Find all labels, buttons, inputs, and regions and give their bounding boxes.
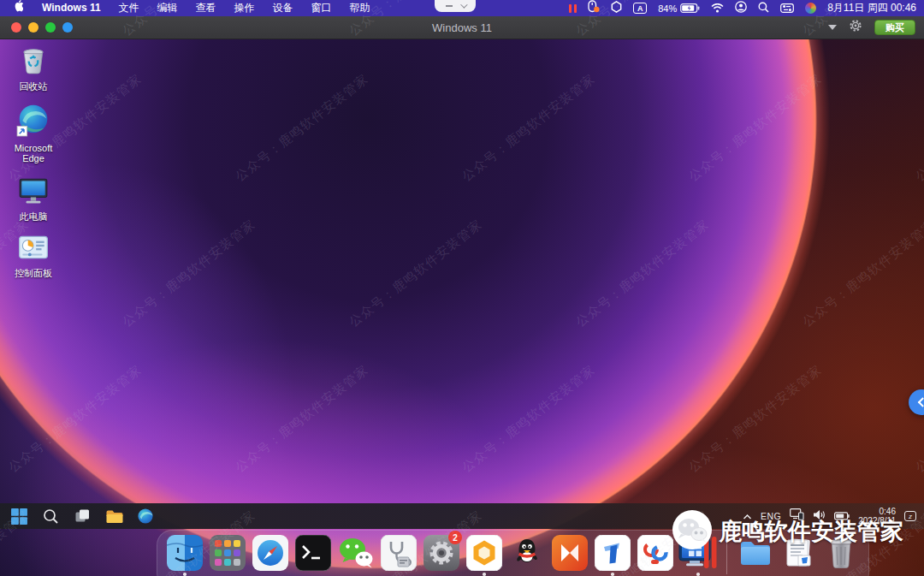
dock-item-wechat[interactable] bbox=[336, 535, 376, 576]
wifi-icon[interactable] bbox=[711, 1, 724, 16]
menu-devices[interactable]: 设备 bbox=[273, 0, 293, 16]
task-view-icon[interactable] bbox=[73, 507, 92, 526]
running-indicator bbox=[696, 573, 700, 576]
vm-window-titlebar: Windows 11 购买 bbox=[0, 16, 924, 39]
desktop-icons: 回收站 Microsoft Edge 此电脑 控制面板 bbox=[5, 43, 62, 278]
menu-help[interactable]: 帮助 bbox=[350, 0, 370, 16]
dock-item-trash[interactable] bbox=[821, 535, 861, 576]
chevron-left-icon bbox=[918, 397, 924, 407]
taskbar-edge-icon[interactable] bbox=[136, 507, 155, 526]
file-explorer-icon[interactable] bbox=[104, 507, 123, 526]
screen: Windows 11 文件 编辑 查看 操作 设备 窗口 帮助 A 84% bbox=[0, 0, 924, 576]
dock-item-cleaner-app[interactable] bbox=[379, 535, 418, 576]
safari-icon bbox=[252, 535, 288, 571]
dock-item-terminal[interactable] bbox=[293, 535, 333, 576]
app-status-icon[interactable] bbox=[805, 3, 816, 14]
tray-clock[interactable]: 0:46 2022/8/11 bbox=[858, 507, 896, 526]
dock-item-safari[interactable] bbox=[251, 535, 290, 576]
desktop-icon-microsoft-edge[interactable]: Microsoft Edge bbox=[5, 103, 62, 163]
window-title: Windows 11 bbox=[0, 21, 924, 34]
finder-icon bbox=[167, 535, 203, 571]
macos-dock: 2 bbox=[157, 530, 869, 576]
screen-tab-control[interactable] bbox=[435, 0, 476, 12]
shield-icon[interactable] bbox=[611, 1, 622, 16]
mouse-icon[interactable] bbox=[588, 0, 600, 16]
menu-window[interactable]: 窗口 bbox=[311, 0, 332, 16]
desktop-icon-label: Microsoft Edge bbox=[5, 143, 62, 163]
tray-date: 2022/8/11 bbox=[858, 516, 896, 526]
battery-percent: 84% bbox=[658, 3, 677, 14]
dock-item-hexagon-app[interactable] bbox=[465, 535, 504, 576]
dock-item-system-settings[interactable]: 2 bbox=[422, 535, 461, 576]
notification-icon[interactable]: z bbox=[904, 511, 916, 521]
menu-view[interactable]: 查看 bbox=[196, 0, 216, 16]
desktop-icon-control-panel[interactable]: 控制面板 bbox=[5, 233, 62, 278]
dock-divider bbox=[726, 537, 727, 574]
terminal-icon bbox=[295, 535, 331, 571]
control-panel-icon bbox=[17, 233, 50, 265]
desktop-icon-label: 回收站 bbox=[20, 81, 48, 92]
tray-chevron-up-icon[interactable] bbox=[743, 508, 752, 524]
search-icon[interactable] bbox=[758, 1, 769, 16]
input-method-icon[interactable]: A bbox=[633, 3, 647, 14]
menu-actions[interactable]: 操作 bbox=[234, 0, 255, 16]
windows-taskbar: ENG 0:46 2022/8/11 z bbox=[0, 503, 924, 529]
control-center-icon[interactable] bbox=[780, 1, 794, 16]
account-icon[interactable] bbox=[735, 1, 747, 16]
desktop-icon-this-pc[interactable]: 此电脑 bbox=[5, 175, 62, 222]
folder-icon bbox=[737, 535, 773, 571]
tray-language[interactable]: ENG bbox=[761, 511, 781, 521]
wechat-icon bbox=[338, 535, 374, 571]
taskbar-search-icon[interactable] bbox=[41, 507, 60, 526]
edge-icon bbox=[16, 103, 50, 140]
tray-time: 0:46 bbox=[858, 507, 896, 516]
documents-icon bbox=[780, 535, 816, 571]
running-indicator bbox=[611, 573, 614, 576]
parallels-icon bbox=[678, 535, 718, 571]
trash-icon bbox=[824, 535, 858, 571]
tray-speaker-icon[interactable] bbox=[813, 508, 826, 524]
start-button[interactable] bbox=[9, 507, 28, 526]
monitor-icon bbox=[17, 175, 50, 209]
battery-status[interactable]: 84% bbox=[658, 3, 700, 14]
running-indicator bbox=[183, 573, 187, 576]
dock-item-baidu-netdisk[interactable] bbox=[636, 535, 675, 576]
dock-item-parallels-desktop[interactable] bbox=[678, 535, 718, 576]
running-indicator bbox=[483, 573, 486, 576]
dock-item-launchpad[interactable] bbox=[208, 535, 247, 576]
windows-wallpaper bbox=[0, 39, 924, 576]
pause-icon[interactable] bbox=[569, 4, 577, 13]
desktop-icon-label: 控制面板 bbox=[15, 268, 52, 278]
gear-icon[interactable] bbox=[849, 19, 862, 36]
buy-button[interactable]: 购买 bbox=[874, 20, 915, 35]
menu-datetime[interactable]: 8月11日 周四 00:46 bbox=[827, 1, 916, 15]
dock-item-media-app[interactable] bbox=[550, 535, 589, 576]
menu-file[interactable]: 文件 bbox=[119, 0, 139, 16]
minimize-icon bbox=[446, 5, 453, 7]
dock-item-finder[interactable] bbox=[165, 535, 204, 576]
hexagon-app-icon bbox=[466, 535, 502, 571]
dock-item-project-app[interactable] bbox=[593, 535, 632, 576]
baidu-netdisk-icon bbox=[637, 535, 673, 571]
media-app-icon bbox=[552, 535, 588, 571]
dock-item-documents-stack[interactable] bbox=[779, 535, 818, 576]
dock-item-downloads-folder[interactable] bbox=[736, 535, 775, 576]
launchpad-icon bbox=[210, 535, 246, 571]
settings-badge: 2 bbox=[448, 531, 462, 544]
dock-item-qq[interactable] bbox=[507, 535, 547, 576]
menu-app-name[interactable]: Windows 11 bbox=[42, 0, 101, 16]
qq-penguin-icon bbox=[509, 535, 545, 571]
blue-t-app-icon bbox=[595, 535, 631, 571]
desktop-icon-label: 此电脑 bbox=[20, 211, 48, 222]
tray-battery-icon[interactable] bbox=[834, 508, 850, 524]
menu-edit[interactable]: 编辑 bbox=[157, 0, 178, 16]
desktop-icon-recycle-bin[interactable]: 回收站 bbox=[5, 43, 62, 92]
recycle-bin-icon bbox=[17, 43, 50, 79]
stethoscope-icon bbox=[381, 535, 417, 571]
tray-display-icon[interactable] bbox=[790, 508, 804, 524]
apple-menu-icon[interactable] bbox=[13, 0, 24, 16]
chevron-down-icon bbox=[460, 1, 467, 8]
dropdown-arrow-icon[interactable] bbox=[828, 25, 837, 30]
